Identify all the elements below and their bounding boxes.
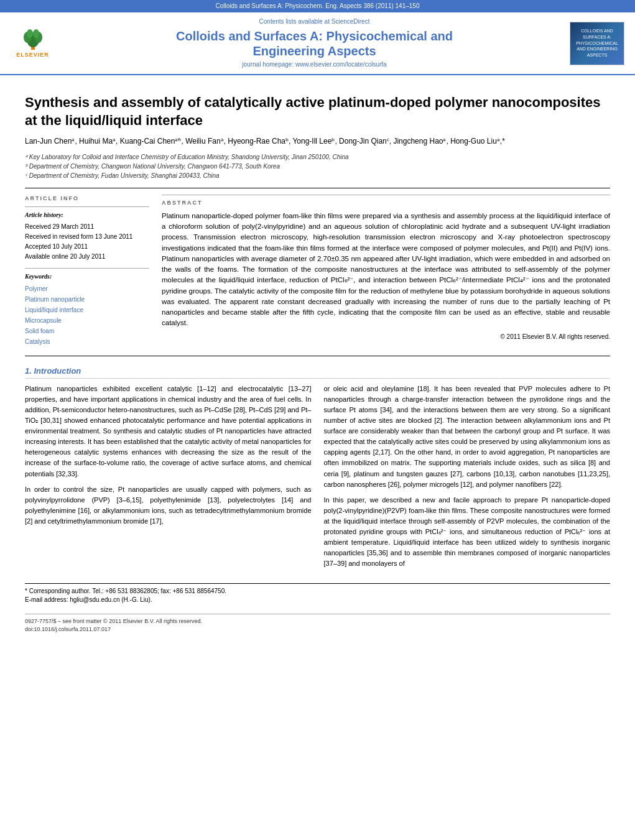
- intro-heading: 1. Introduction: [25, 366, 610, 379]
- keyword-5: Solid foam: [25, 326, 149, 336]
- sciencedirect-link: Contents lists available at ScienceDirec…: [65, 17, 563, 26]
- divider-2: [25, 356, 610, 356]
- affiliation-c: ᶜ Department of Chemistry, Fudan Univers…: [25, 171, 610, 180]
- footnote-email: E-mail address: hgliu@sdu.edu.cn (H.-G. …: [25, 596, 610, 604]
- journal-citation: Colloids and Surfaces A: Physicochem. En…: [216, 2, 420, 9]
- abstract-column: ABSTRACT Platinum nanoparticle-doped pol…: [162, 195, 610, 347]
- intro-col1: Platinum nanoparticles exhibited excelle…: [25, 384, 312, 574]
- journal-header: ELSEVIER Contents lists available at Sci…: [0, 12, 635, 75]
- available-date: Available online 20 July 2011: [25, 252, 149, 262]
- keyword-1: Polymer: [25, 284, 149, 294]
- affiliations: ᵃ Key Laboratory for Colloid and Interfa…: [25, 152, 610, 180]
- journal-cover: COLLOIDS AND SURFACES A: PHYSICOCHEMICAL…: [570, 22, 626, 65]
- introduction-section: 1. Introduction Platinum nanoparticles e…: [25, 366, 610, 574]
- article-history-title: Article history:: [25, 211, 149, 219]
- info-abstract-columns: ARTICLE INFO Article history: Received 2…: [25, 195, 610, 347]
- affiliation-a: ᵃ Key Laboratory for Colloid and Interfa…: [25, 152, 610, 162]
- intro-p3: or oleic acid and oleylamine [18]. It ha…: [324, 384, 611, 489]
- elsevier-logo-area: ELSEVIER: [9, 26, 59, 60]
- svg-point-5: [33, 29, 39, 38]
- article-title: Synthesis and assembly of catalytically …: [25, 94, 610, 129]
- keywords-title: Keywords:: [25, 272, 149, 281]
- copyright-line: © 2011 Elsevier B.V. All rights reserved…: [162, 333, 610, 341]
- intro-col2: or oleic acid and oleylamine [18]. It ha…: [324, 384, 611, 574]
- footer-issn: 0927-7757/$ – see front matter © 2011 El…: [25, 618, 202, 624]
- article-history-box: Article history: Received 29 March 2011 …: [25, 206, 149, 262]
- revised-date: Received in revised form 13 June 2011: [25, 232, 149, 242]
- abstract-text: Platinum nanoparticle-doped polymer foam…: [162, 211, 610, 329]
- keyword-3: Liquid/liquid interface: [25, 305, 149, 315]
- article-info-column: ARTICLE INFO Article history: Received 2…: [25, 195, 149, 347]
- elsevier-tree-icon: [21, 27, 45, 51]
- abstract-label: ABSTRACT: [162, 199, 610, 207]
- footer-bar: 0927-7757/$ – see front matter © 2011 El…: [25, 614, 610, 633]
- elsevier-logo: ELSEVIER: [9, 26, 56, 60]
- divider-1: [25, 188, 610, 188]
- intro-columns: Platinum nanoparticles exhibited excelle…: [25, 384, 610, 574]
- intro-p1: Platinum nanoparticles exhibited excelle…: [25, 384, 312, 479]
- journal-homepage: journal homepage: www.elsevier.com/locat…: [65, 60, 563, 69]
- top-bar: Colloids and Surfaces A: Physicochem. En…: [0, 0, 635, 12]
- journal-title: Colloids and Surfaces A: Physicochemical…: [65, 29, 563, 58]
- article-info-label: ARTICLE INFO: [25, 195, 149, 203]
- accepted-date: Accepted 10 July 2011: [25, 242, 149, 252]
- intro-p4: In this paper, we described a new and fa…: [324, 495, 611, 569]
- received-date: Received 29 March 2011: [25, 222, 149, 232]
- footnote-star: * Corresponding author. Tel.: +86 531 88…: [25, 587, 610, 596]
- keywords-box: Keywords: Polymer Platinum nanoparticle …: [25, 268, 149, 347]
- keyword-4: Microcapsule: [25, 315, 149, 326]
- affiliation-b: ᵇ Department of Chemistry, Changwon Nati…: [25, 162, 610, 171]
- journal-title-area: Contents lists available at ScienceDirec…: [65, 17, 563, 69]
- elsevier-text: ELSEVIER: [16, 51, 49, 59]
- main-content: Synthesis and assembly of catalytically …: [0, 75, 635, 642]
- abstract-section: ABSTRACT Platinum nanoparticle-doped pol…: [162, 195, 610, 341]
- keyword-2: Platinum nanoparticle: [25, 294, 149, 305]
- authors: Lan-Jun Chenᵃ, Huihui Maᵃ, Kuang-Cai Che…: [25, 136, 610, 147]
- svg-point-4: [27, 29, 33, 38]
- footnote-area: * Corresponding author. Tel.: +86 531 88…: [25, 583, 610, 604]
- journal-cover-image: COLLOIDS AND SURFACES A: PHYSICOCHEMICAL…: [570, 22, 624, 65]
- footer-doi: doi:10.1016/j.colsurfa.2011.07.017: [25, 626, 111, 632]
- keyword-6: Catalysis: [25, 336, 149, 347]
- intro-p2: In order to control the size, Pt nanopar…: [25, 484, 312, 527]
